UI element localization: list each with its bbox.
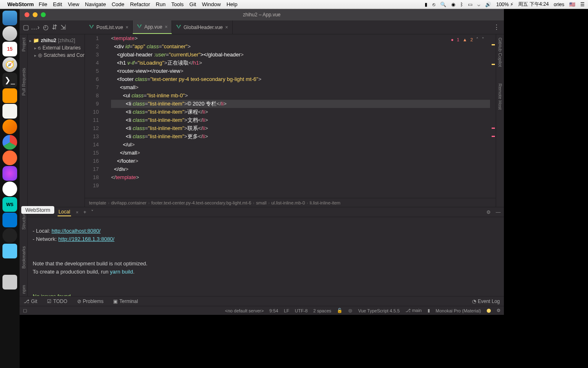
tool-remote-host[interactable]: Remote Host [498, 83, 503, 110]
menu-help[interactable]: Help [227, 1, 238, 7]
sublime-icon[interactable] [2, 88, 17, 103]
local-url-link[interactable]: http://localhost:8080/ [51, 228, 100, 234]
podcast-icon[interactable] [2, 166, 17, 181]
wifi-icon[interactable]: ⌵ [477, 2, 480, 7]
tool-bookmarks[interactable]: Bookmarks [21, 246, 26, 269]
status-indent[interactable]: 2 spaces [313, 308, 331, 313]
tab-postlist[interactable]: PostList.vue× [85, 20, 133, 34]
close-icon[interactable]: × [165, 24, 167, 30]
siri-icon[interactable]: ◉ [451, 2, 455, 7]
more-actions-icon[interactable]: ⋮ [489, 20, 504, 34]
postman-icon[interactable] [2, 150, 17, 165]
close-window-button[interactable] [24, 12, 29, 17]
menu-git[interactable]: Git [189, 1, 196, 7]
project-root[interactable]: ▸📁zhihu2 [zhihu2] [29, 37, 83, 44]
tab-app[interactable]: App.vue× [133, 20, 172, 34]
close-icon[interactable]: × [76, 210, 78, 215]
folder-icon[interactable] [2, 244, 17, 258]
terminal-icon[interactable]: ❯_ [2, 73, 17, 88]
settings-icon[interactable]: ⇲ [60, 23, 66, 31]
tool-pull-requests[interactable]: Pull Requests [21, 68, 26, 96]
status-icon[interactable]: ⎋ [432, 2, 435, 7]
status-settings-icon[interactable]: ⚙ [497, 308, 501, 313]
obs-icon[interactable] [2, 228, 17, 243]
vscode-icon[interactable] [2, 213, 17, 227]
status-typescript[interactable]: Vue TypeScript 4.5.5 [358, 308, 400, 313]
tool-todo[interactable]: ☑ TODO [47, 298, 67, 304]
display-icon[interactable]: ▭ [468, 2, 472, 7]
tool-problems[interactable]: ⊘ Problems [77, 298, 104, 304]
app-menu[interactable]: WebStorm [7, 1, 34, 7]
status-server[interactable]: <no default server> [225, 308, 264, 313]
wechat-icon[interactable] [2, 182, 17, 196]
firefox-icon[interactable] [2, 119, 17, 134]
menu-view[interactable]: View [68, 1, 79, 7]
hide-panel-icon[interactable]: — [496, 209, 501, 215]
status-cursor-pos[interactable]: 9:54 [270, 308, 278, 313]
marker-strip[interactable] [490, 34, 496, 198]
safari-icon[interactable]: 🧭 [2, 57, 17, 72]
status-branch[interactable]: ⎇ main [405, 308, 422, 313]
menu-refactor[interactable]: Refactor [130, 1, 150, 7]
control-center-icon[interactable]: ☰ [580, 2, 585, 7]
tool-copilot[interactable]: GitHub Copilot [498, 38, 503, 67]
prev-highlight-icon[interactable]: ˄ [476, 37, 479, 42]
menu-tools[interactable]: Tools [171, 1, 183, 7]
scratches[interactable]: ▸◎Scratches and Consoles [34, 52, 83, 59]
status-readonly-icon[interactable]: 🔓 [337, 308, 343, 313]
zoom-window-button[interactable] [41, 12, 46, 17]
tool-event-log[interactable]: ◔ Event Log [472, 298, 500, 304]
finder-icon[interactable] [2, 11, 17, 25]
status-theme[interactable]: Monokai Pro (Material) [436, 308, 481, 313]
battery-status[interactable]: 100% ⚡︎ [496, 2, 513, 7]
terminal-settings-icon[interactable]: ⚙ [486, 209, 491, 215]
status-indicator-icon[interactable] [487, 309, 491, 313]
next-highlight-icon[interactable]: ˅ [482, 37, 484, 42]
status-copilot-icon[interactable]: ◎ [348, 308, 352, 313]
collapse-icon[interactable]: ⇵ [52, 23, 57, 31]
webstorm-icon[interactable]: WS [2, 197, 17, 212]
editor-inspections[interactable]: ●1 ▲2 ˄ ˅ [451, 37, 484, 42]
trash-icon[interactable] [2, 275, 17, 289]
code-editor[interactable]: ●1 ▲2 ˄ ˅ 12345678910111213141516171819 … [85, 34, 496, 207]
tool-project[interactable]: Project [21, 38, 26, 52]
tool-structure[interactable]: Structure [21, 211, 26, 230]
terminal-tab-local[interactable]: Local [58, 208, 71, 216]
status-line-ending[interactable]: LF [284, 308, 289, 313]
navigation-back-icon[interactable]: ▢ …› [23, 23, 40, 31]
close-icon[interactable]: × [125, 25, 128, 30]
tool-terminal[interactable]: ▣ Terminal [113, 298, 138, 304]
menu-run[interactable]: Run [156, 1, 166, 7]
tab-globalheader[interactable]: GlobalHeader.vue× [172, 20, 232, 34]
tool-git[interactable]: ⎇ Git [24, 298, 37, 304]
user-switcher[interactable]: ories [554, 2, 564, 7]
bluetooth-icon[interactable]: ᛒ [460, 2, 463, 7]
breadcrumb[interactable]: template› div#app.container› footer.text… [85, 198, 496, 207]
clock[interactable]: 周五 下午4:24 [518, 1, 549, 8]
volume-icon[interactable]: 🔊 [485, 2, 491, 7]
status-encoding[interactable]: UTF-8 [295, 308, 307, 313]
code-content[interactable]: <template> <div id="app" class="containe… [109, 34, 490, 198]
terminal-output[interactable]: App running at: - Local: http://localhos… [28, 217, 504, 296]
status-icon[interactable]: ▮ [425, 2, 428, 7]
status-lock-icon[interactable]: ▮ [428, 308, 430, 313]
new-terminal-button[interactable]: + [83, 209, 86, 215]
flag-icon[interactable]: 🇺🇸 [569, 2, 575, 7]
close-icon[interactable]: × [225, 25, 228, 30]
menu-file[interactable]: File [39, 1, 47, 7]
minimize-window-button[interactable] [33, 12, 38, 17]
launchpad-icon[interactable] [2, 26, 17, 41]
menu-code[interactable]: Code [111, 1, 124, 7]
calendar-icon[interactable]: 15 [2, 42, 17, 56]
project-tree[interactable]: ▸📁zhihu2 [zhihu2] ▸⎋External Libraries ▸… [28, 34, 85, 207]
menu-navigate[interactable]: Navigate [85, 1, 106, 7]
spotlight-icon[interactable]: 🔍 [440, 2, 446, 7]
toggle-toolwindows-icon[interactable]: ▢ [23, 308, 27, 313]
chrome-icon[interactable] [2, 135, 17, 150]
terminal-dropdown-icon[interactable]: ˅ [91, 209, 94, 215]
menu-window[interactable]: Window [202, 1, 220, 7]
menu-edit[interactable]: Edit [53, 1, 62, 7]
network-url-link[interactable]: http://192.168.1.3:8080/ [58, 236, 114, 242]
sync-icon[interactable]: ◴ [43, 23, 49, 31]
external-libraries[interactable]: ▸⎋External Libraries [34, 44, 83, 52]
